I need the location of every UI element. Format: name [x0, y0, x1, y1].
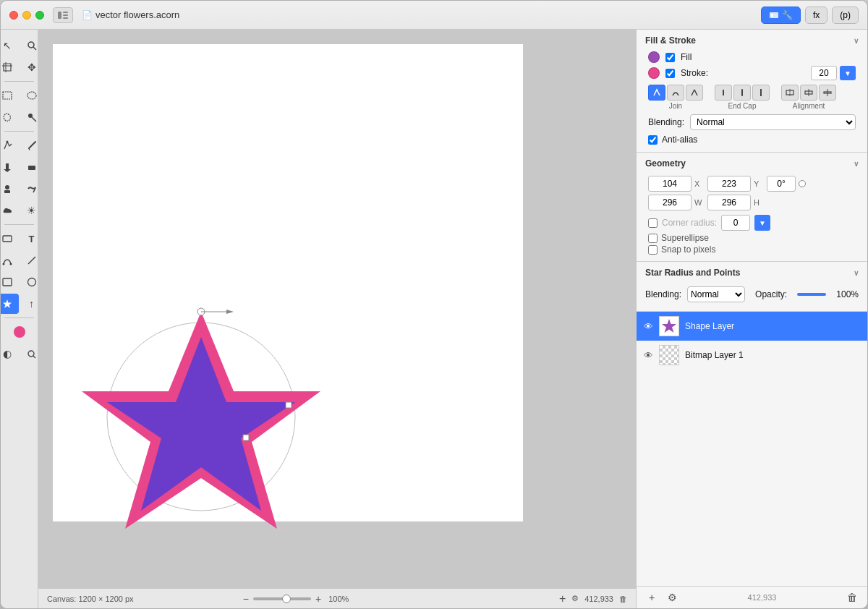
sidebar-toggle-button[interactable] — [53, 7, 73, 23]
foreground-color[interactable] — [8, 322, 31, 342]
settings-btn[interactable]: ⚙ — [571, 594, 579, 603]
snap-pixels-checkbox[interactable] — [648, 245, 658, 255]
star-tool[interactable] — [1, 294, 19, 314]
endcap-buttons — [715, 85, 770, 101]
y-label: Y — [754, 179, 764, 188]
corner-unit-dropdown[interactable]: ▼ — [754, 215, 770, 231]
svg-marker-24 — [3, 299, 12, 308]
zoom-slider[interactable] — [253, 597, 311, 600]
layer-name-bitmap: Bitmap Layer 1 — [685, 350, 860, 360]
angle-input[interactable] — [767, 176, 796, 192]
h-input[interactable] — [707, 195, 751, 210]
svg-rect-2 — [63, 14, 68, 16]
endcap-btn-3[interactable] — [752, 85, 770, 101]
stroke-value-group: ▼ — [811, 66, 856, 80]
fx-button[interactable]: fx — [805, 7, 827, 24]
corner-radius-checkbox[interactable] — [648, 218, 658, 228]
endcap-btn-1[interactable] — [715, 85, 732, 101]
stroke-unit-dropdown[interactable]: ▼ — [840, 66, 856, 80]
corner-radius-row: Corner radius: ▼ — [637, 213, 867, 232]
crop-tool[interactable] — [1, 57, 19, 77]
shape-rect-tool[interactable] — [1, 229, 19, 249]
h-label: H — [754, 198, 764, 207]
layers-section: 👁 Shape Layer 👁 Bitmap Layer 1 — [637, 312, 867, 586]
stroke-color-swatch[interactable] — [648, 67, 660, 79]
pen-tool[interactable] — [1, 135, 19, 156]
color-picker[interactable]: ◐ — [1, 344, 19, 364]
svg-line-21 — [28, 257, 35, 264]
join-btn-2[interactable] — [667, 85, 684, 101]
geometry-header[interactable]: Geometry ∨ — [637, 153, 867, 173]
stamp-tool[interactable] — [1, 179, 19, 199]
fill-tool[interactable] — [1, 157, 19, 177]
add-layer-bottom-btn[interactable]: + — [644, 589, 660, 605]
close-button[interactable] — [9, 11, 18, 20]
rectangle-tool[interactable] — [1, 272, 19, 292]
layer-item-shape[interactable]: 👁 Shape Layer — [637, 312, 867, 341]
align-btn-3[interactable] — [819, 85, 836, 101]
layer-eye-bitmap[interactable]: 👁 — [644, 350, 653, 361]
align-btn-1[interactable] — [781, 85, 799, 101]
layer-settings-btn[interactable]: ⚙ — [664, 589, 680, 605]
rotation-dot[interactable] — [799, 180, 806, 187]
w-input[interactable] — [648, 195, 692, 210]
opacity-slider[interactable] — [797, 293, 826, 296]
star-blend-select[interactable]: Normal — [687, 286, 745, 302]
delete-layer-btn[interactable]: 🗑 — [619, 595, 627, 603]
lasso-tool[interactable] — [1, 107, 19, 127]
svg-rect-10 — [3, 92, 12, 99]
svg-marker-45 — [662, 319, 676, 333]
tools-button[interactable]: 🔧 — [761, 7, 801, 24]
geo-row-2: W H — [648, 195, 856, 210]
canvas-content[interactable] — [38, 30, 636, 588]
minimize-button[interactable] — [22, 11, 31, 20]
join-buttons — [648, 85, 703, 101]
main-area: ↖ ✥ — [1, 30, 867, 608]
zoom-plus-btn[interactable]: + — [315, 593, 321, 605]
layer-item-bitmap[interactable]: 👁 Bitmap Layer 1 — [637, 341, 867, 370]
endcap-btn-2[interactable] — [733, 85, 751, 101]
fill-color-swatch[interactable] — [648, 51, 660, 63]
zoom-slider-thumb[interactable] — [282, 595, 291, 603]
align-btn-2[interactable] — [800, 85, 817, 101]
zoom-minus-btn[interactable]: − — [243, 593, 249, 605]
star-radius-header[interactable]: Star Radius and Points ∨ — [637, 262, 867, 282]
layer-eye-shape[interactable]: 👁 — [644, 321, 653, 332]
svg-rect-1 — [63, 12, 68, 13]
svg-point-20 — [9, 263, 12, 265]
y-input[interactable] — [707, 176, 751, 192]
add-layer-btn[interactable]: + — [559, 592, 566, 605]
status-bar: Canvas: 1200 × 1200 px − + 100% + ⚙ 412,… — [38, 588, 636, 608]
join-btn-1[interactable] — [648, 85, 665, 101]
svg-point-16 — [5, 185, 9, 189]
fill-label: Fill — [681, 52, 692, 62]
cloud-tool[interactable] — [1, 200, 19, 221]
antialias-checkbox[interactable] — [648, 135, 658, 145]
join-btn-3[interactable] — [686, 85, 703, 101]
stroke-checkbox[interactable] — [665, 69, 675, 78]
canvas-area: Canvas: 1200 × 1200 px − + 100% + ⚙ 412,… — [38, 30, 636, 608]
stroke-input[interactable] — [811, 66, 837, 80]
corner-radius-input[interactable] — [721, 215, 750, 231]
star-blending-row: Blending: Normal Opacity: 100% — [637, 282, 867, 305]
titlebar-tools: 🔧 fx (p) — [761, 7, 859, 24]
fill-checkbox[interactable] — [665, 53, 675, 62]
layers-bottom: + ⚙ 412,933 🗑 — [637, 586, 867, 608]
svg-point-23 — [27, 278, 35, 286]
svg-point-19 — [2, 263, 4, 265]
bezier-pen-tool[interactable] — [1, 250, 19, 271]
arrow-tool[interactable]: ↖ — [1, 35, 19, 56]
p-button[interactable]: (p) — [832, 7, 859, 24]
canvas-white[interactable] — [53, 44, 523, 521]
rect-select-tool[interactable] — [1, 85, 19, 106]
blending-select[interactable]: Normal Multiply Screen — [690, 114, 856, 130]
delete-layer-btn[interactable]: 🗑 — [844, 589, 860, 605]
maximize-button[interactable] — [35, 11, 44, 20]
fill-stroke-header[interactable]: Fill & Stroke ∨ — [637, 30, 867, 50]
x-input[interactable] — [648, 176, 692, 192]
geo-grid: X Y W H — [637, 173, 867, 213]
svg-line-27 — [33, 356, 35, 358]
endcap-group: End Cap — [715, 85, 770, 110]
superellipse-checkbox[interactable] — [648, 234, 658, 243]
svg-rect-5 — [771, 14, 773, 17]
